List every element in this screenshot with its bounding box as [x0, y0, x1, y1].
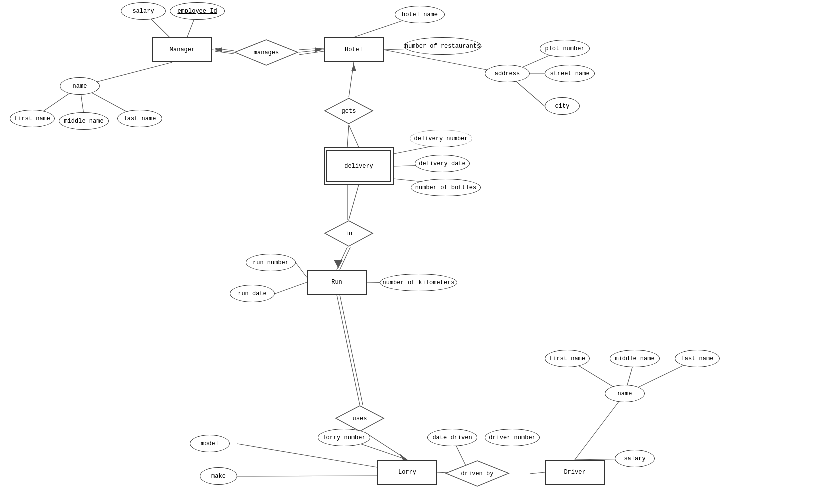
svg-marker-31: [334, 260, 343, 268]
attr-run-number: run number: [246, 254, 296, 271]
svg-line-40: [238, 444, 378, 467]
svg-line-32: [296, 263, 307, 277]
attr-last-name-manager: last name: [118, 110, 162, 127]
entity-hotel-label: Hotel: [345, 46, 363, 53]
attr-hotel-name: hotel name: [395, 6, 445, 23]
diamond-gets-label: gets: [342, 108, 356, 115]
svg-line-41: [238, 476, 378, 476]
attr-num-bottles: number of bottles: [411, 179, 481, 196]
attr-driver-middle-name-label: middle name: [615, 355, 654, 362]
attr-employee-id: employee Id: [170, 2, 225, 20]
entity-hotel: Hotel: [324, 37, 384, 62]
entity-delivery-label: delivery: [344, 163, 374, 170]
attr-run-number-label: run number: [253, 259, 289, 266]
attr-make-label: make: [212, 473, 226, 480]
attr-plot-number-label: plot number: [545, 45, 584, 52]
attr-employee-id-label: employee Id: [178, 8, 217, 15]
svg-line-30: [340, 247, 350, 270]
svg-line-20: [349, 62, 354, 97]
entity-driver-label: Driver: [564, 469, 586, 476]
attr-city: city: [545, 97, 580, 115]
svg-line-36: [340, 295, 363, 405]
attr-name-manager: name: [60, 77, 100, 95]
svg-line-8: [215, 48, 234, 51]
diamond-in-label: in: [346, 230, 352, 237]
attr-driver-name: name: [605, 385, 645, 402]
svg-line-35: [337, 295, 360, 405]
attr-num-km-label: number of kilometers: [382, 279, 454, 286]
attr-model: model: [190, 435, 230, 452]
attr-first-name-manager: first name: [10, 110, 55, 127]
attr-hotel-name-label: hotel name: [402, 11, 438, 18]
entity-driver: Driver: [545, 460, 605, 485]
diamond-manages: manages: [234, 39, 299, 66]
attr-date-driven-label: date driven: [432, 434, 472, 441]
attr-salary-manager: salary: [121, 2, 166, 20]
attr-city-label: city: [556, 103, 570, 110]
attr-date-driven: date driven: [428, 429, 478, 446]
attr-last-name-manager-label: last name: [124, 115, 156, 122]
attr-middle-name-manager-label: middle name: [64, 118, 104, 125]
attr-driver-number: driver number: [485, 429, 540, 446]
entity-lorry-label: Lorry: [398, 469, 416, 476]
diamond-driven-by-label: driven by: [462, 470, 494, 477]
attr-num-bottles-label: number of bottles: [416, 184, 476, 191]
diamond-uses-label: uses: [353, 415, 368, 422]
svg-line-33: [275, 282, 307, 294]
svg-line-29: [337, 247, 348, 270]
svg-line-6: [212, 50, 234, 52]
svg-line-22: [348, 125, 349, 147]
attr-delivery-date-label: delivery date: [419, 160, 466, 167]
entity-run-label: Run: [332, 279, 342, 286]
attr-driver-salary: salary: [615, 450, 655, 467]
attr-delivery-date: delivery date: [415, 155, 470, 172]
svg-line-37: [365, 432, 408, 460]
svg-line-9: [215, 51, 234, 54]
attr-plot-number: plot number: [540, 40, 590, 57]
attr-driver-last-name: last name: [675, 350, 720, 367]
diamond-uses: uses: [335, 405, 385, 432]
attr-driver-last-name-label: last name: [682, 355, 714, 362]
svg-line-43: [530, 472, 545, 474]
attr-salary-manager-label: salary: [132, 8, 154, 15]
svg-line-10: [299, 48, 324, 50]
attr-model-label: model: [201, 440, 219, 447]
attr-name-manager-label: name: [73, 83, 88, 90]
attr-driver-salary-label: salary: [624, 455, 646, 462]
svg-line-21: [349, 125, 359, 147]
attr-lorry-number: lorry number: [318, 429, 370, 446]
svg-line-11: [299, 51, 324, 55]
diamond-manages-label: manages: [254, 49, 279, 56]
attr-make: make: [200, 467, 238, 485]
attr-driver-middle-name: middle name: [610, 350, 660, 367]
attr-street-name: street name: [545, 65, 595, 82]
attr-address-label: address: [495, 70, 520, 77]
attr-num-km: number of kilometers: [380, 274, 458, 291]
entity-run: Run: [307, 270, 367, 295]
attr-middle-name-manager: middle name: [59, 112, 109, 130]
attr-delivery-number: delivery number: [410, 130, 472, 147]
svg-line-45: [575, 394, 625, 460]
attr-run-date-label: run date: [238, 290, 267, 297]
diamond-driven-by: driven by: [445, 460, 510, 487]
svg-marker-12: [215, 47, 222, 52]
attr-street-name-label: street name: [550, 70, 590, 77]
attr-driver-number-label: driver number: [489, 434, 536, 441]
attr-run-date: run date: [230, 285, 275, 302]
entity-delivery: delivery: [324, 147, 394, 185]
entity-manager-label: Manager: [170, 46, 195, 53]
svg-line-7: [299, 50, 324, 52]
diamond-in: in: [324, 220, 374, 247]
entity-lorry: Lorry: [378, 460, 438, 485]
svg-marker-23: [352, 64, 356, 71]
attr-first-name-manager-label: first name: [14, 115, 50, 122]
attr-num-restaurants: number of restaurants: [404, 37, 482, 55]
attr-driver-name-label: name: [618, 390, 632, 397]
diamond-gets: gets: [324, 97, 374, 125]
svg-line-27: [349, 185, 359, 220]
er-diagram-canvas: Manager Hotel delivery Run Lorry Driver …: [0, 0, 832, 504]
attr-lorry-number-label: lorry number: [322, 434, 366, 441]
attr-driver-first-name: first name: [545, 350, 590, 367]
attr-driver-first-name-label: first name: [550, 355, 586, 362]
svg-marker-13: [315, 47, 322, 52]
